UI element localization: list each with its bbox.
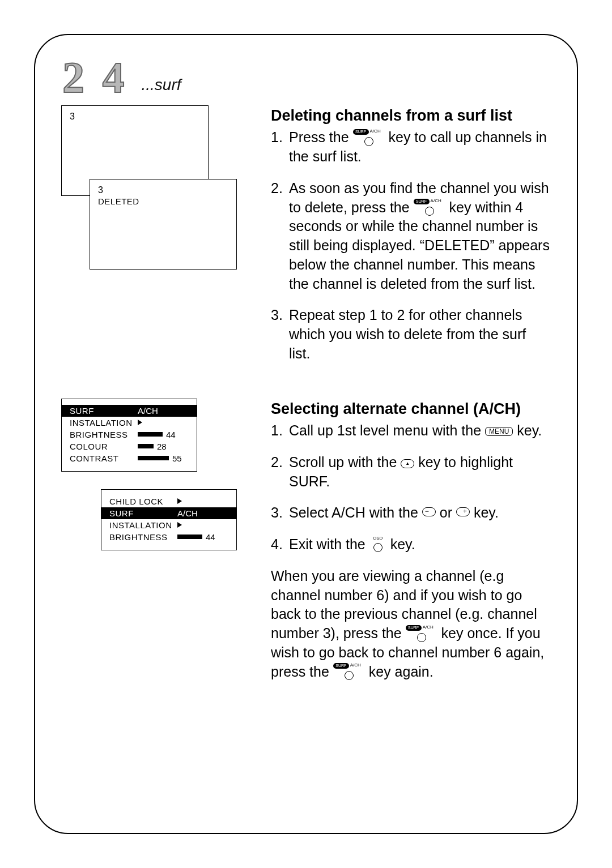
menu-row-value: A/CH — [177, 508, 228, 518]
section-ach: SURFA/CHINSTALLATIONBRIGHTNESS44COLOUR28… — [56, 399, 556, 682]
heading-delete: Deleting channels from a surf list — [271, 105, 551, 126]
menu-row-value — [177, 522, 228, 528]
menu-row-value: A/CH — [138, 406, 189, 416]
menu-row-value: 55 — [138, 454, 189, 463]
value-bar — [138, 456, 169, 460]
osd-key-icon: OSD — [369, 538, 386, 551]
menu-row: CONTRAST55 — [70, 452, 189, 464]
arrow-icon — [138, 420, 142, 425]
step-text: key. — [470, 504, 499, 520]
menu-row: BRIGHTNESS44 — [109, 531, 228, 543]
menu-row: INSTALLATION — [109, 519, 228, 531]
menu-row-label: INSTALLATION — [70, 418, 138, 427]
step-text: Select A/CH with the — [289, 504, 422, 520]
step-text: Scroll up with the — [289, 454, 401, 470]
menu-screen-1: SURFA/CHINSTALLATIONBRIGHTNESS44COLOUR28… — [61, 399, 197, 472]
menu-row-label: COLOUR — [70, 442, 138, 451]
surf-key-icon: SURFA/CH — [353, 131, 385, 144]
menu-row-label: CHILD LOCK — [109, 497, 177, 506]
menu-row-value: 44 — [138, 430, 189, 439]
menu-row-value: 28 — [138, 442, 189, 451]
value-bar — [177, 535, 202, 539]
menu-row-value — [177, 498, 228, 504]
step-text: or — [436, 504, 456, 520]
menu-key-icon: MENU — [485, 427, 513, 436]
step-number: 1. — [271, 421, 289, 441]
surf-key-icon: SURFA/CH — [333, 665, 365, 678]
menu-row-label: BRIGHTNESS — [109, 532, 177, 542]
illustration-menu: SURFA/CHINSTALLATIONBRIGHTNESS44COLOUR28… — [61, 399, 243, 568]
step-text: key. — [513, 422, 542, 438]
step-number: 4. — [271, 535, 289, 554]
menu-row: BRIGHTNESS44 — [70, 429, 189, 441]
step-text: key. — [386, 536, 415, 552]
step-number: 3. — [271, 306, 289, 363]
step-text: Repeat step 1 to 2 for other channels wh… — [289, 306, 551, 363]
menu-screen-2: CHILD LOCKSURFA/CHINSTALLATIONBRIGHTNESS… — [101, 489, 237, 550]
menu-row: SURFA/CH — [101, 507, 236, 519]
menu-row: COLOUR28 — [70, 441, 189, 452]
menu-row: INSTALLATION — [70, 417, 189, 429]
section-delete: 3 3 DELETED Deleting channels from a sur… — [56, 105, 556, 376]
menu-row-label: BRIGHTNESS — [70, 430, 138, 439]
step-number: 3. — [271, 503, 289, 523]
menu-row-label: CONTRAST — [70, 454, 138, 463]
value-number: 44 — [166, 430, 176, 439]
step-text: Call up 1st level menu with the — [289, 422, 485, 438]
value-number: 44 — [206, 532, 215, 542]
right-key-icon — [456, 507, 470, 516]
step-number: 2. — [271, 179, 289, 294]
channel-number: 3 — [70, 112, 200, 122]
menu-row-label: SURF — [70, 406, 138, 416]
menu-row: CHILD LOCK — [109, 495, 228, 507]
up-key-icon — [401, 459, 414, 468]
value-number: 55 — [172, 454, 182, 463]
surf-key-icon: SURFA/CH — [414, 201, 445, 213]
value-bar — [138, 444, 154, 448]
step-text: Press the — [289, 129, 353, 145]
step-number: 2. — [271, 453, 289, 491]
menu-row-label: INSTALLATION — [109, 520, 177, 530]
menu-row-value — [138, 420, 189, 425]
page-number: 2 4 — [62, 55, 128, 100]
menu-row-label: SURF — [109, 508, 177, 518]
heading-ach: Selecting alternate channel (A/CH) — [271, 399, 551, 419]
ach-paragraph: When you are viewing a channel (e.g chan… — [271, 567, 551, 682]
arrow-icon — [177, 498, 182, 504]
screen-after: 3 DELETED — [90, 179, 237, 270]
page-subtitle: ...surf — [142, 76, 181, 94]
step-number: 1. — [271, 128, 289, 166]
manual-page: 2 4 ...surf 3 3 DELETED Deleting channel… — [34, 34, 578, 834]
illustration-delete: 3 3 DELETED — [61, 105, 231, 270]
arrow-icon — [177, 522, 182, 528]
left-key-icon — [422, 507, 436, 516]
deleted-label: DELETED — [98, 196, 228, 206]
step-text: Exit with the — [289, 536, 369, 552]
page-header: 2 4 ...surf — [62, 55, 556, 100]
value-bar — [138, 432, 163, 437]
menu-row: SURFA/CH — [62, 405, 197, 417]
surf-key-icon: SURFA/CH — [406, 627, 437, 640]
value-number: 28 — [157, 442, 167, 451]
channel-number: 3 — [98, 185, 228, 195]
menu-row-value: 44 — [177, 532, 228, 542]
